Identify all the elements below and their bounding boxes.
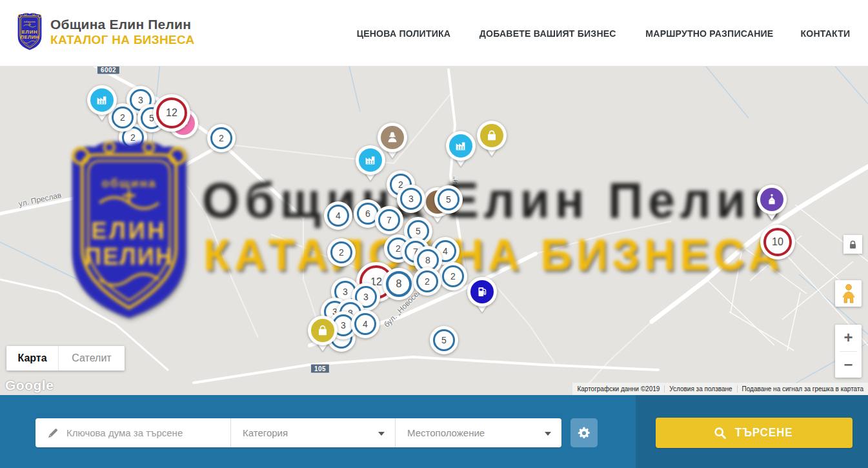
brand-text: Община Елин Пелин КАТАЛОГ НА БИЗНЕСА — [50, 17, 195, 47]
cluster-count: 2 — [210, 127, 232, 149]
cluster-count: 8 — [386, 271, 412, 297]
bag-icon — [311, 319, 334, 342]
map-attribution: Картографски данни ©2019 Условия за полз… — [572, 383, 868, 395]
factory-icon — [90, 88, 114, 112]
attribution-copyright: Картографски данни ©2019 — [572, 385, 664, 392]
cluster-count: 2 — [330, 241, 352, 263]
category-dropdown[interactable]: Категория — [230, 418, 395, 447]
chevron-down-icon — [545, 432, 551, 436]
location-dropdown[interactable]: Местоположение — [395, 418, 561, 447]
search-bar: Категория Местоположение ТЪРСЕНЕ — [0, 395, 868, 468]
map-cluster[interactable]: 10 — [760, 225, 795, 259]
zoom-control: + − — [835, 325, 862, 378]
zoom-in-button[interactable]: + — [835, 325, 862, 351]
zoom-out-button[interactable]: − — [835, 352, 862, 378]
municipality-crest-logo: община ЕЛИН ПЕЛИН — [14, 12, 45, 52]
cluster-count: 10 — [763, 228, 792, 256]
map-cluster[interactable]: 8 — [383, 268, 415, 300]
fuel-icon — [470, 280, 494, 303]
pencil-icon — [47, 427, 59, 439]
google-logo[interactable]: Google — [5, 378, 54, 393]
site-title: Община Елин Пелин — [50, 17, 195, 32]
svg-text:община: община — [24, 20, 35, 23]
pegman-icon — [842, 284, 856, 303]
svg-text:ЕЛИН: ЕЛИН — [22, 29, 38, 35]
maptype-map-button[interactable]: Карта — [6, 346, 58, 371]
lock-icon — [849, 240, 857, 249]
keyword-search-input[interactable] — [66, 427, 221, 438]
nav-item-add-business[interactable]: ДОБАВЕТЕ ВАШИЯТ БИЗНЕС — [479, 28, 616, 39]
map-pin-fuel[interactable] — [467, 277, 497, 307]
header: община ЕЛИН ПЕЛИН Община Елин Пелин КАТА… — [0, 0, 868, 66]
map-cluster[interactable]: 2 — [413, 267, 441, 296]
pegman-button[interactable] — [835, 280, 862, 307]
search-button[interactable]: ТЪРСЕНЕ — [656, 418, 853, 448]
map-pin-factory[interactable] — [446, 131, 476, 161]
map-cluster[interactable]: 12 — [153, 94, 190, 132]
map-cluster[interactable]: 4 — [351, 310, 379, 338]
keyword-segment — [35, 418, 230, 447]
map-pin-factory[interactable] — [356, 145, 385, 175]
main-nav: ЦЕНОВА ПОЛИТИКА ДОБАВЕТЕ ВАШИЯТ БИЗНЕС М… — [354, 0, 852, 66]
cluster-count: 2 — [442, 265, 464, 287]
attribution-terms-link[interactable]: Условия за ползване — [664, 385, 736, 392]
cluster-count: 4 — [327, 205, 349, 227]
cluster-count: 7 — [378, 209, 400, 231]
map-cluster[interactable]: 2 — [327, 238, 356, 267]
map-cluster[interactable]: 7 — [375, 206, 403, 234]
cluster-count: 5 — [433, 329, 455, 351]
maptype-satellite-button[interactable]: Сателит — [58, 346, 125, 371]
factory-icon — [359, 148, 382, 172]
site-subtitle: КАТАЛОГ НА БИЗНЕСА — [50, 33, 195, 47]
map-pin-bag[interactable] — [308, 316, 338, 345]
bag-icon — [480, 124, 503, 147]
lock-button[interactable] — [843, 235, 862, 254]
nav-item-schedule[interactable]: МАРШРУТНО РАЗПИСАНИЕ — [646, 28, 774, 39]
cluster-count: 3 — [400, 188, 422, 210]
map-cluster[interactable]: 4 — [324, 201, 352, 230]
map-canvas[interactable]: община ЕЛИН ПЕЛИН Община Елин Пелин КАТА… — [0, 66, 868, 395]
page: община ЕЛИН ПЕЛИН Община Елин Пелин КАТА… — [0, 0, 868, 468]
location-dropdown-label: Местоположение — [407, 427, 485, 438]
map-pin-factory[interactable] — [87, 85, 117, 115]
chevron-down-icon — [378, 432, 385, 436]
road-number-badge: 105 — [310, 364, 330, 374]
brand[interactable]: община ЕЛИН ПЕЛИН Община Елин Пелин КАТА… — [14, 12, 195, 52]
cluster-count: 2 — [416, 270, 438, 292]
church-icon — [760, 188, 783, 211]
cluster-count: 4 — [354, 313, 376, 335]
search-button-label: ТЪРСЕНЕ — [735, 426, 793, 440]
cluster-count: 12 — [156, 97, 187, 128]
map-cluster[interactable]: 2 — [439, 262, 467, 290]
cluster-count: 5 — [438, 188, 459, 210]
map-cluster[interactable]: 3 — [397, 185, 425, 213]
map-cluster[interactable]: 5 — [434, 185, 463, 214]
search-box: Категория Местоположение — [35, 418, 561, 447]
advanced-settings-button[interactable] — [570, 418, 598, 447]
map-cluster[interactable]: 5 — [430, 326, 458, 354]
nav-item-contacts[interactable]: КОНТАКТИ — [801, 28, 851, 39]
category-dropdown-label: Категория — [243, 427, 288, 438]
maptype-control: Карта Сателит — [6, 346, 125, 371]
map-pin-bag[interactable] — [477, 121, 507, 150]
factory-icon — [449, 134, 472, 158]
road-number-badge: 6002 — [97, 66, 120, 75]
gear-icon — [577, 426, 591, 440]
nav-item-pricing[interactable]: ЦЕНОВА ПОЛИТИКА — [357, 28, 451, 39]
svg-text:ПЕЛИН: ПЕЛИН — [21, 34, 39, 40]
attribution-report-error-link[interactable]: Подаване на сигнал за грешка в картата — [737, 385, 868, 392]
map-cluster[interactable]: 2 — [207, 124, 236, 152]
search-icon — [714, 427, 727, 440]
map-pin-church[interactable] — [757, 185, 787, 214]
